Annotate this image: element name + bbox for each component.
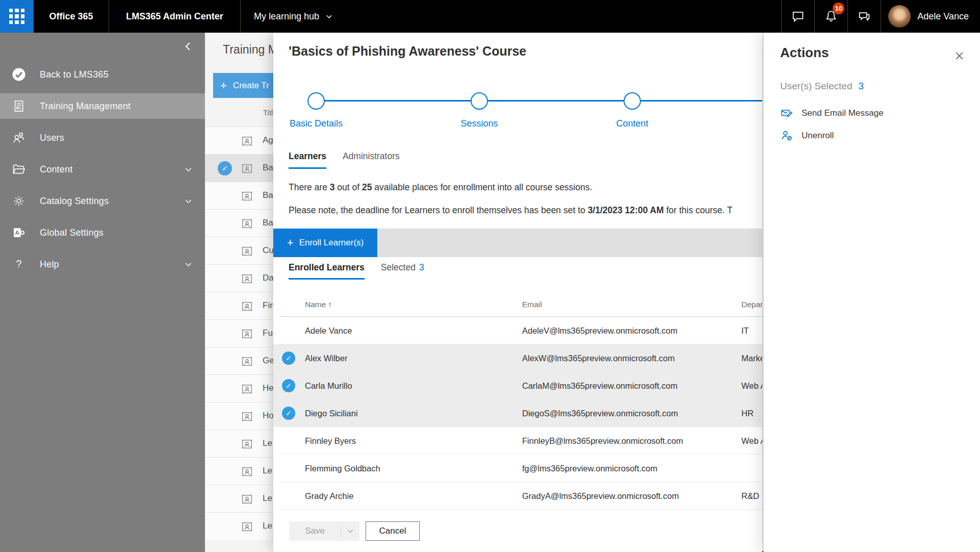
row-selected-check-icon[interactable]: ✓ [282,379,295,392]
sidebar-item-label: Help [40,259,59,270]
sidebar-item-users[interactable]: Users [0,125,205,150]
app-launcher-button[interactable] [0,0,34,33]
column-header-email[interactable]: Email [522,300,542,309]
lms365-admin-screen: Office 365 LMS365 Admin Center My learni… [0,0,980,552]
learner-row-grady-archie[interactable]: Grady ArchieGradyA@lms365preview.onmicro… [273,482,762,510]
lms365-logo-icon [11,67,27,82]
close-icon[interactable] [951,48,967,63]
stepper-line-2 [488,100,624,102]
row-selected-check-icon[interactable]: ✓ [282,407,295,420]
title-column-header[interactable]: Titl [263,108,273,117]
training-list-row[interactable]: Ge [205,347,273,374]
tab-enrolled-learners[interactable]: Enrolled Learners [289,262,365,280]
training-list-row[interactable]: Le [205,485,273,512]
sidebar-item-help[interactable]: ?Help [0,252,205,277]
learner-department: R&D [741,491,759,501]
unenroll-action[interactable]: Unenroll [780,124,884,147]
sidebar-item-global-settings[interactable]: AGlobal Settings [0,220,205,245]
learner-name: Carla Murillo [305,381,352,391]
tab-administrators[interactable]: Administrators [343,151,400,169]
save-button[interactable]: Save [289,521,359,541]
learner-department: Web A [741,381,762,391]
chat-button[interactable] [781,0,814,33]
training-title: Cu [263,245,273,256]
learner-row-carla-murillo[interactable]: ✓Carla MurilloCarlaM@lms365preview.onmic… [273,372,762,399]
training-list-row[interactable]: Cu [205,237,273,264]
step-label-basic-details[interactable]: Basic Details [290,118,343,129]
actions-list: Send Email Message Unenroll [780,102,884,147]
users-selected-text: User(s) Selected3 [780,81,864,92]
training-list-row[interactable]: Le [205,457,273,485]
office365-link[interactable]: Office 365 [34,0,109,33]
column-header-name[interactable]: Name↑ [305,300,332,309]
send-email-label: Send Email Message [802,108,884,118]
training-list-row[interactable]: ✓Bas [205,154,273,182]
step-circle-basic-details[interactable] [307,92,325,110]
hub-selector[interactable]: My learning hub [241,0,348,33]
training-title: Da [263,273,273,283]
training-list-row[interactable]: Da [205,264,273,292]
tab-selected-label: Selected [381,262,416,272]
sidebar-item-label: Global Settings [40,228,104,238]
course-badge-icon [241,410,253,425]
training-title: Ho [263,411,273,421]
tab-learners[interactable]: Learners [289,151,326,169]
training-title: He [263,383,273,393]
tab-selected[interactable]: Selected3 [381,262,424,280]
send-email-message-action[interactable]: Send Email Message [780,102,884,124]
actions-panel: Actions User(s) Selected3 Send Email Mes… [763,33,980,552]
step-label-sessions[interactable]: Sessions [460,118,498,129]
training-list-row[interactable]: Le [205,430,273,457]
learner-name: Grady Archie [305,491,353,501]
training-list-row[interactable]: Le [205,512,273,540]
row-selected-check-icon[interactable]: ✓ [282,352,295,365]
learner-row-finnley-byers[interactable]: Finnley ByersFinnleyB@lms365preview.onmi… [273,427,762,455]
column-header-department[interactable]: Depar [741,300,762,309]
learner-email: GradyA@lms365preview.onmicrosoft.com [522,491,679,501]
training-list-row[interactable]: Bas [205,209,273,237]
chevron-down-icon[interactable] [184,197,193,206]
feedback-button[interactable] [847,0,881,33]
training-title: Le [263,493,272,504]
notifications-button[interactable]: 10 [814,0,847,33]
suite-bar: Office 365 LMS365 Admin Center My learni… [0,0,980,33]
svg-text:?: ? [16,258,21,269]
learner-row-diego-siciliani[interactable]: ✓Diego SicilianiDiegoS@lms365preview.onm… [273,399,762,427]
training-list-row[interactable]: Fu [205,319,273,347]
create-training-label: Create Tr [233,81,269,91]
chevron-down-icon[interactable] [184,260,193,269]
sidebar-item-back-to-lms365[interactable]: Back to LMS365 [0,62,205,87]
step-circle-sessions[interactable] [471,92,488,110]
account-menu[interactable]: Adele Vance [881,0,980,33]
sidebar-item-content[interactable]: Content [0,157,205,182]
sidebar-item-training-management[interactable]: Training Management [0,93,205,119]
training-list-row[interactable]: He [205,374,273,402]
chevron-down-icon[interactable] [184,165,193,174]
learner-name: Adele Vance [305,326,352,336]
chevron-down-icon[interactable] [341,527,359,535]
training-list-row[interactable]: Ho [205,402,273,430]
create-training-button[interactable]: + Create Tr [213,73,273,98]
training-list-row[interactable]: Firs [205,292,273,319]
learner-name: Alex Wilber [305,354,347,363]
learner-department: Web A [741,436,762,446]
learner-row-flemming-goldbach[interactable]: Flemming Goldbachfg@lms365preview.onmicr… [273,455,762,482]
cancel-button[interactable]: Cancel [366,521,420,541]
step-circle-content[interactable] [624,92,641,110]
learner-email: fg@lms365preview.onmicrosoft.com [522,464,657,473]
row-selected-check-icon[interactable]: ✓ [218,161,232,175]
learner-department: Marke [741,354,762,363]
learner-row-adele-vance[interactable]: Adele VanceAdeleV@lms365preview.onmicros… [273,317,762,344]
enroll-learners-button[interactable]: + Enroll Learner(s) [273,229,377,257]
training-title: Bas [263,190,273,200]
gear-icon [11,193,27,209]
training-list-row[interactable]: Ag [205,127,273,154]
course-badge-icon [241,135,253,149]
admin-center-title[interactable]: LMS365 Admin Center [109,0,241,33]
course-badge-icon [241,383,253,397]
sidebar-collapse-button[interactable] [180,39,196,54]
learner-row-alex-wilber[interactable]: ✓Alex WilberAlexW@lms365preview.onmicros… [273,344,762,372]
step-label-content[interactable]: Content [616,118,648,129]
sidebar-item-catalog-settings[interactable]: Catalog Settings [0,188,205,214]
training-list-row[interactable]: Bas [205,182,273,209]
